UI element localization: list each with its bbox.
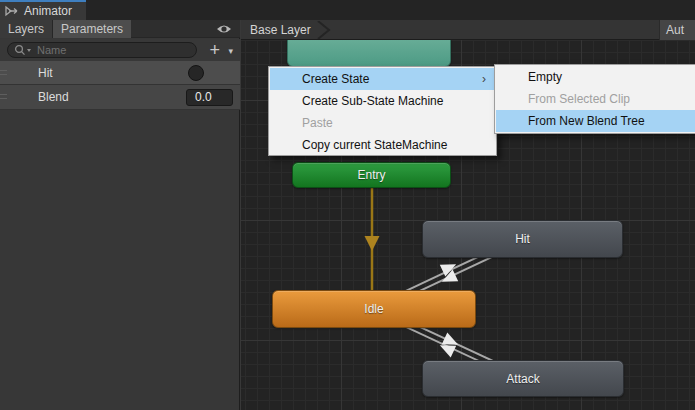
breadcrumb-chevron-icon: [317, 21, 331, 39]
transition-entry-idle[interactable]: [365, 188, 380, 290]
state-attack[interactable]: Attack: [422, 360, 624, 397]
tab-layers[interactable]: Layers: [0, 20, 53, 38]
parameter-row-hit[interactable]: Hit: [0, 61, 240, 85]
panel-subtabs: Layers Parameters: [0, 20, 240, 38]
submenu-item-from-selected-clip: From Selected Clip: [496, 88, 695, 110]
context-menu: Create State › Create Sub-State Machine …: [268, 66, 497, 156]
menu-item-copy-current-statemachine[interactable]: Copy current StateMachine: [270, 134, 495, 156]
state-idle[interactable]: Idle: [272, 290, 476, 328]
search-input[interactable]: [37, 44, 187, 56]
eye-icon[interactable]: [216, 23, 232, 35]
parameter-row-blend[interactable]: Blend 0.0: [0, 85, 240, 110]
state-any-state[interactable]: [287, 40, 451, 67]
add-parameter-button[interactable]: +: [209, 39, 220, 61]
auto-live-link-button[interactable]: Aut: [659, 20, 695, 40]
state-entry[interactable]: Entry: [292, 162, 451, 188]
submenu-item-empty[interactable]: Empty: [496, 66, 695, 88]
parameter-list: Hit Blend 0.0: [0, 61, 240, 110]
search-field[interactable]: [7, 42, 197, 58]
create-state-submenu: Empty From Selected Clip From New Blend …: [494, 64, 695, 134]
submenu-arrow-icon: ›: [482, 68, 486, 90]
drag-handle-icon[interactable]: [0, 94, 7, 99]
trigger-toggle[interactable]: [188, 65, 204, 81]
menu-item-label: Create State: [302, 72, 369, 86]
parameter-name: Hit: [38, 66, 53, 80]
menu-item-paste: Paste: [270, 112, 495, 134]
parameter-name: Blend: [38, 90, 69, 104]
animator-icon: [5, 5, 19, 17]
state-hit[interactable]: Hit: [422, 220, 623, 258]
search-row: + ▾: [0, 39, 240, 61]
tab-parameters[interactable]: Parameters: [53, 20, 131, 38]
tab-animator[interactable]: Animator: [0, 0, 86, 20]
parameters-panel: Layers Parameters + ▾ Hit: [0, 20, 240, 410]
menu-item-create-substate-machine[interactable]: Create Sub-State Machine: [270, 90, 495, 112]
tab-animator-label: Animator: [24, 4, 72, 18]
add-parameter-caret-icon[interactable]: ▾: [228, 40, 233, 62]
search-icon: [14, 44, 34, 56]
window-tab-bar: Animator: [0, 0, 695, 20]
breadcrumb-bar: Base Layer Aut: [241, 20, 695, 40]
submenu-item-from-new-blend-tree[interactable]: From New Blend Tree: [496, 110, 695, 132]
animator-window: Animator Layers Parameters + ▾: [0, 0, 695, 410]
breadcrumb-base-layer[interactable]: Base Layer: [250, 20, 311, 40]
menu-item-create-state[interactable]: Create State ›: [270, 68, 495, 90]
float-value-field[interactable]: 0.0: [186, 89, 233, 106]
drag-handle-icon[interactable]: [0, 70, 7, 75]
